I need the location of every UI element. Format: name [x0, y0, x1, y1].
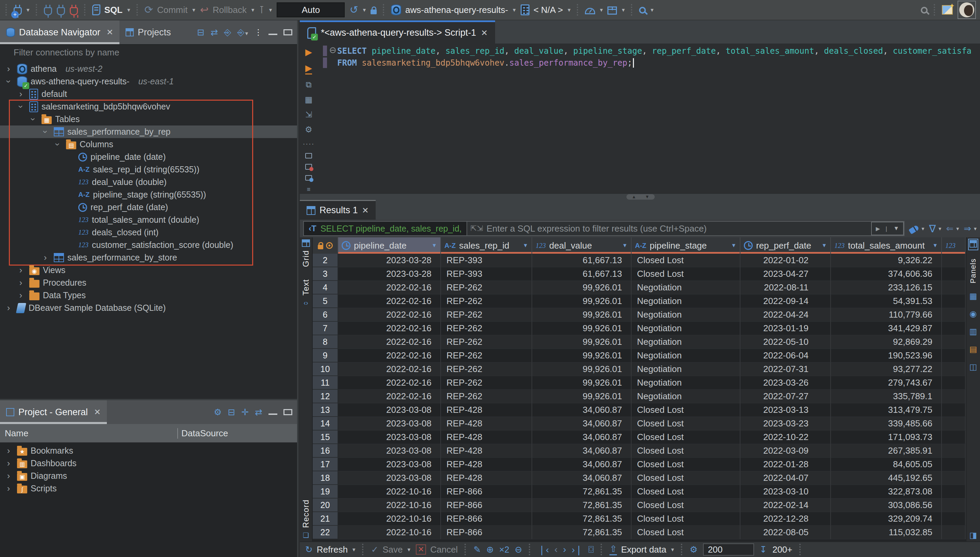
filters-menu-button[interactable]: ∇ ▾: [929, 223, 941, 235]
cell[interactable]: 99,926.01: [532, 390, 632, 403]
grid-corner-cell[interactable]: [313, 237, 338, 254]
search-metadata-button[interactable]: ▾: [639, 6, 654, 14]
cell[interactable]: REP-393: [441, 254, 532, 267]
sort-dropdown-icon[interactable]: ▼: [431, 243, 437, 249]
expander-icon[interactable]: ›: [3, 445, 14, 456]
cell[interactable]: Negotiation: [632, 363, 740, 376]
close-icon[interactable]: ✕: [481, 28, 488, 38]
cell[interactable]: 99,926.01: [532, 322, 632, 335]
cell[interactable]: 61,667.13: [532, 267, 632, 281]
cell[interactable]: 34,060.87: [532, 471, 632, 485]
cell[interactable]: Negotiation: [632, 376, 740, 390]
sort-dropdown-icon[interactable]: ▼: [731, 243, 737, 249]
first-row-icon[interactable]: ❘‹: [537, 544, 549, 555]
cell[interactable]: Closed Lost: [632, 403, 740, 417]
cell[interactable]: Negotiation: [632, 281, 740, 295]
panel-calc-icon[interactable]: ▦: [969, 292, 977, 301]
column-header-partial[interactable]: 123: [942, 237, 966, 254]
cell[interactable]: 99,926.01: [532, 295, 632, 308]
table-row[interactable]: 102022-02-16REP-26299,926.01Negotiation2…: [313, 363, 966, 376]
expander-icon[interactable]: ›: [3, 64, 14, 74]
refresh-button[interactable]: ↻ Refresh ▾: [305, 544, 355, 555]
cell[interactable]: REP-262: [441, 295, 532, 308]
text-view-icon[interactable]: ‹›: [304, 299, 308, 307]
row-number[interactable]: 21: [313, 512, 338, 526]
cell[interactable]: REP-262: [441, 335, 532, 349]
cell[interactable]: 99,926.01: [532, 308, 632, 322]
table-row[interactable]: 152023-03-08REP-42834,060.87Closed Lost2…: [313, 430, 966, 444]
cell[interactable]: Closed Lost: [632, 417, 740, 430]
tree-item-athena[interactable]: ›athenaus-west-2: [0, 63, 297, 75]
table-row[interactable]: 192022-10-16REP-86672,861.35Closed Lost2…: [313, 485, 966, 498]
cell[interactable]: 72,861.35: [532, 485, 632, 498]
clear-filter-button[interactable]: ▾: [909, 225, 924, 232]
row-number[interactable]: 5: [313, 295, 338, 308]
cell[interactable]: 2023-03-08: [338, 458, 441, 471]
cell[interactable]: Negotiation: [632, 308, 740, 322]
tree-item-deal-value-double-[interactable]: 123deal_value (double): [0, 176, 297, 188]
cell[interactable]: [942, 363, 966, 376]
expander-icon[interactable]: ›: [3, 483, 14, 494]
row-number[interactable]: 4: [313, 281, 338, 295]
minimize-icon[interactable]: [268, 413, 277, 415]
filter-history-back-button[interactable]: ⇐ ▾: [946, 223, 959, 234]
cell[interactable]: 84,605.05: [831, 458, 942, 471]
previous-row-icon[interactable]: ‹: [554, 544, 557, 555]
transaction-mode-select[interactable]: Auto: [277, 2, 345, 17]
cell[interactable]: 2022-10-16: [338, 526, 441, 539]
tab-project-general[interactable]: Project - General ✕: [0, 400, 107, 424]
expander-icon[interactable]: ›: [16, 265, 26, 275]
save-button[interactable]: ✓ Save ▾: [371, 544, 410, 555]
transaction-history-button[interactable]: ↺ ▾: [350, 5, 366, 15]
sql-editor-button[interactable]: SQL ▾: [92, 5, 130, 15]
column-header-rep_perf_date[interactable]: rep_perf_date▼: [740, 237, 831, 254]
cell[interactable]: 93,277.22: [831, 363, 942, 376]
fetch-next-icon[interactable]: ↧: [760, 544, 767, 555]
panel-metadata-icon[interactable]: ▥: [969, 327, 977, 336]
result-grid-icon[interactable]: ▦: [305, 95, 313, 104]
cell[interactable]: 2023-03-08: [338, 430, 441, 444]
sql-editor[interactable]: ▶ ▶ ⧉ ▦ ⇲ ⚙ ···· ≡ ⊖ SELECT pipeline_dat…: [300, 44, 980, 193]
cell[interactable]: 34,060.87: [532, 430, 632, 444]
sort-dropdown-icon[interactable]: ▼: [933, 243, 938, 249]
table-row[interactable]: 22023-03-28REP-39361,667.13Closed Lost20…: [313, 254, 966, 267]
cell[interactable]: 267,385.91: [831, 444, 942, 458]
row-number[interactable]: 9: [313, 349, 338, 363]
cell[interactable]: 2022-05-10: [740, 335, 831, 349]
expand-icon[interactable]: ✛: [241, 407, 249, 418]
cell[interactable]: 34,060.87: [532, 417, 632, 430]
sort-dropdown-icon[interactable]: ▼: [523, 243, 528, 249]
row-number[interactable]: 13: [313, 403, 338, 417]
project-item-dashboards[interactable]: ›▥Dashboards: [0, 457, 297, 470]
row-number[interactable]: 17: [313, 458, 338, 471]
cell[interactable]: Negotiation: [632, 295, 740, 308]
row-number[interactable]: 2: [313, 254, 338, 267]
cell[interactable]: 322,873.08: [831, 485, 942, 498]
cell[interactable]: [942, 267, 966, 281]
cell[interactable]: 99,926.01: [532, 376, 632, 390]
table-row[interactable]: 82022-02-16REP-26299,926.01Negotiation20…: [313, 335, 966, 349]
table-row[interactable]: 112022-02-16REP-26299,926.01Negotiation2…: [313, 376, 966, 390]
cell[interactable]: 2023-03-13: [740, 403, 831, 417]
editor-results-splitter[interactable]: ▲ ▼: [300, 193, 980, 200]
table-row[interactable]: 182023-03-08REP-42834,060.87Closed Lost2…: [313, 471, 966, 485]
row-number[interactable]: 8: [313, 335, 338, 349]
tree-item-sales-rep-id-string-65535-[interactable]: A-Zsales_rep_id (string(65535)): [0, 163, 297, 176]
cell[interactable]: [942, 390, 966, 403]
explain-plan-icon[interactable]: ⧉: [305, 80, 311, 90]
cell[interactable]: 2022-02-16: [338, 281, 441, 295]
dbeaver-logo[interactable]: [959, 2, 974, 17]
cell[interactable]: 2022-07-27: [740, 390, 831, 403]
new-connection-button[interactable]: + ▾: [14, 5, 29, 15]
cell[interactable]: 2022-08-05: [740, 526, 831, 539]
cell[interactable]: 54,391.53: [831, 295, 942, 308]
script-errors-icon[interactable]: [305, 164, 312, 169]
cell[interactable]: 9,326.22: [831, 254, 942, 267]
add-row-icon[interactable]: ⊕: [486, 544, 494, 555]
table-row[interactable]: 172023-03-08REP-42834,060.87Closed Lost2…: [313, 458, 966, 471]
execute-statement-icon[interactable]: ▶: [305, 47, 312, 57]
cell[interactable]: 72,861.35: [532, 512, 632, 526]
output-toggle-icon[interactable]: ≡: [307, 186, 311, 193]
panel-references-icon[interactable]: ◫: [969, 362, 977, 372]
cell[interactable]: 2022-03-09: [740, 444, 831, 458]
